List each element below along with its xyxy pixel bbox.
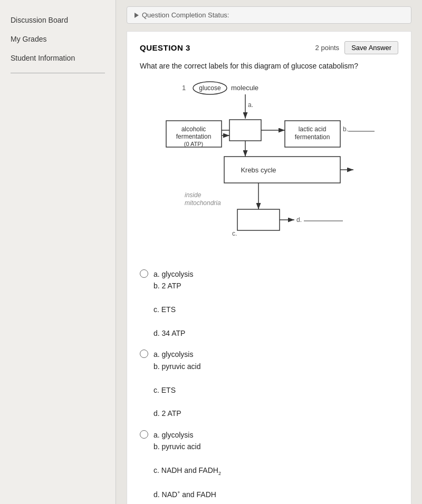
svg-text:fermentation: fermentation xyxy=(176,133,212,140)
svg-text:1: 1 xyxy=(182,84,186,92)
radio-option-2[interactable] xyxy=(140,350,148,358)
sidebar-item-discussion-board[interactable]: Discussion Board xyxy=(0,11,116,30)
sidebar-item-student-information[interactable]: Student Information xyxy=(0,49,116,67)
svg-text:lactic acid: lactic acid xyxy=(299,125,327,133)
answer-options: a. glycolysis b. 2 ATP c. ETS d. 34 ATP … xyxy=(140,268,398,504)
sidebar-item-my-grades[interactable]: My Grades xyxy=(0,30,116,49)
svg-rect-7 xyxy=(229,120,261,141)
answer-option-1: a. glycolysis b. 2 ATP c. ETS d. 34 ATP xyxy=(140,268,398,339)
svg-text:alcoholic: alcoholic xyxy=(181,125,206,133)
completion-bar: Question Completion Status: xyxy=(127,6,411,24)
diagram-container: 1 glucose molecule a. cytoplasm xyxy=(148,79,390,258)
sidebar-divider xyxy=(11,73,105,73)
svg-text:glucose: glucose xyxy=(199,84,221,92)
question-points-area: 2 points Save Answer xyxy=(315,41,398,54)
main-content: Question Completion Status: QUESTION 3 2… xyxy=(116,0,422,504)
option-2-text: a. glycolysis b. pyruvic acid c. ETS d. … xyxy=(154,348,200,419)
points-label: 2 points xyxy=(315,44,340,52)
svg-text:c.: c. xyxy=(232,230,237,237)
svg-text:b.: b. xyxy=(343,125,348,133)
option-1-text: a. glycolysis b. 2 ATP c. ETS d. 34 ATP xyxy=(154,268,193,339)
svg-text:molecule: molecule xyxy=(231,84,258,92)
triangle-icon xyxy=(135,13,139,18)
svg-text:mitochondria: mitochondria xyxy=(185,199,221,207)
sidebar: Discussion Board My Grades Student Infor… xyxy=(0,0,116,504)
question-text: What are the correct labels for this dia… xyxy=(140,62,398,70)
radio-option-1[interactable] xyxy=(140,269,148,278)
svg-text:(0 ATP): (0 ATP) xyxy=(184,141,203,147)
answer-option-2: a. glycolysis b. pyruvic acid c. ETS d. … xyxy=(140,348,398,419)
svg-text:a.: a. xyxy=(248,101,253,109)
completion-bar-label: Question Completion Status: xyxy=(142,11,229,19)
question-number: QUESTION 3 xyxy=(140,43,190,52)
option-3-text: a. glycolysis b. pyruvic acid c. NADH an… xyxy=(154,429,221,501)
svg-text:d.: d. xyxy=(296,216,302,224)
radio-option-3[interactable] xyxy=(140,430,148,439)
question-panel: QUESTION 3 2 points Save Answer What are… xyxy=(127,31,411,504)
diagram-svg: 1 glucose molecule a. cytoplasm xyxy=(153,79,385,258)
save-answer-button[interactable]: Save Answer xyxy=(344,41,398,54)
svg-text:inside: inside xyxy=(185,191,202,199)
answer-option-3: a. glycolysis b. pyruvic acid c. NADH an… xyxy=(140,429,398,501)
svg-rect-27 xyxy=(237,209,280,230)
question-header: QUESTION 3 2 points Save Answer xyxy=(140,41,398,54)
svg-text:fermentation: fermentation xyxy=(295,133,330,141)
svg-text:Krebs cycle: Krebs cycle xyxy=(241,166,276,174)
